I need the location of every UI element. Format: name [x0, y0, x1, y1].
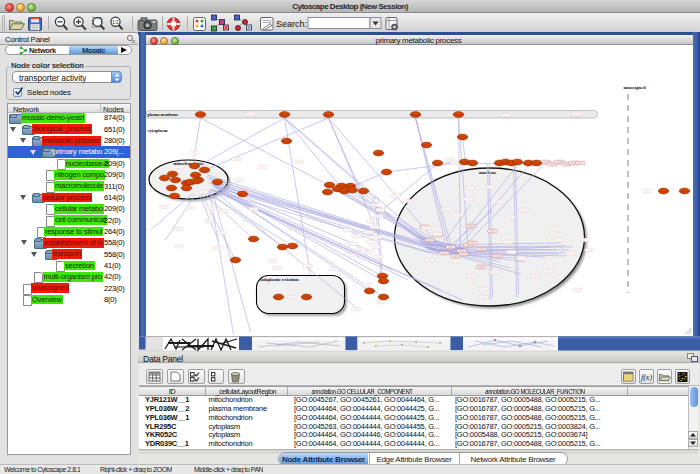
- svg-text:endoplasmic reticulum: endoplasmic reticulum: [259, 277, 299, 282]
- svg-text:unassigned: unassigned: [623, 85, 645, 90]
- svg-text:plasma membrane: plasma membrane: [147, 112, 179, 117]
- svg-text:cytoplasm: cytoplasm: [147, 128, 168, 133]
- svg-text:Search:: Search:: [276, 19, 307, 29]
- svg-text:1:1: 1:1: [112, 20, 119, 25]
